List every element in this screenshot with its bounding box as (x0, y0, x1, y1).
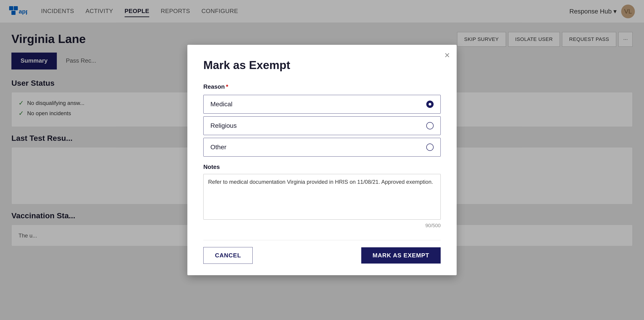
reason-label: Reason* (203, 83, 441, 90)
radio-other-label: Other (210, 143, 226, 151)
radio-option-religious[interactable]: Religious (203, 116, 441, 135)
notes-section: Notes 90/500 (203, 164, 441, 229)
notes-label: Notes (203, 164, 441, 171)
modal-close-button[interactable]: × (444, 51, 450, 60)
radio-other-indicator (426, 143, 434, 151)
notes-textarea[interactable] (203, 174, 441, 220)
radio-religious-label: Religious (210, 122, 237, 129)
notes-counter: 90/500 (203, 223, 441, 229)
modal-footer: CANCEL MARK AS EXEMPT (203, 240, 441, 264)
radio-option-medical[interactable]: Medical (203, 95, 441, 114)
radio-medical-label: Medical (210, 101, 232, 108)
radio-religious-indicator (426, 122, 434, 129)
modal-mark-as-exempt: × Mark as Exempt Reason* Medical Religio… (187, 45, 457, 275)
cancel-button[interactable]: CANCEL (203, 247, 253, 264)
modal-title: Mark as Exempt (203, 59, 441, 72)
mark-as-exempt-button[interactable]: MARK AS EXEMPT (361, 247, 441, 264)
radio-option-other[interactable]: Other (203, 138, 441, 156)
modal-overlay: × Mark as Exempt Reason* Medical Religio… (0, 0, 644, 320)
required-indicator: * (226, 83, 228, 90)
radio-medical-indicator (426, 101, 434, 108)
